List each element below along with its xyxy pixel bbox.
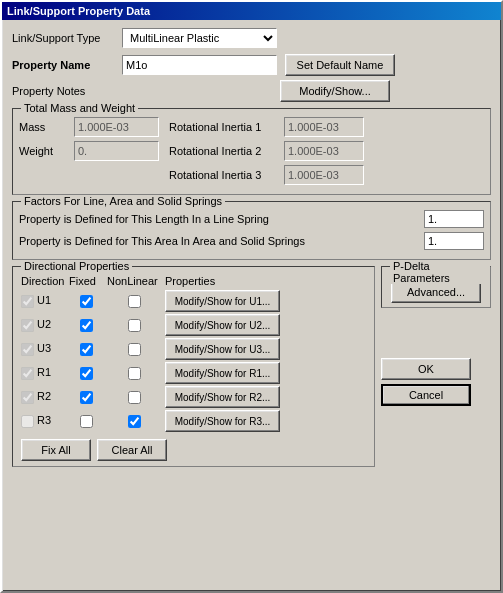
advanced-button[interactable]: Advanced... [391, 281, 481, 303]
nonlinear-r2-check[interactable] [128, 391, 141, 404]
line-spring-input[interactable] [424, 210, 484, 228]
nonlinear-r1-check[interactable] [128, 367, 141, 380]
rot-inertia-1-input[interactable] [284, 117, 364, 137]
link-support-type-select[interactable]: MultiLinear Plastic [122, 28, 277, 48]
rot-inertia-3-input[interactable] [284, 165, 364, 185]
col-nonlinear: NonLinear [105, 275, 163, 289]
weight-input[interactable] [74, 141, 159, 161]
modify-u1-button[interactable]: Modify/Show for U1... [165, 290, 280, 312]
pdelta-title: P-Delta Parameters [390, 260, 490, 284]
modify-r3-button[interactable]: Modify/Show for R3... [165, 410, 280, 432]
total-mass-weight-group: Total Mass and Weight Mass Weight Rotati… [12, 108, 491, 195]
dir-u3-check[interactable] [21, 343, 34, 356]
col-fixed: Fixed [67, 275, 105, 289]
nonlinear-u2-check[interactable] [128, 319, 141, 332]
directional-title: Directional Properties [21, 260, 132, 272]
modify-u2-button[interactable]: Modify/Show for U2... [165, 314, 280, 336]
line-spring-label: Property is Defined for This Length In a… [19, 213, 424, 225]
link-support-type-label: Link/Support Type [12, 32, 122, 44]
table-row: U1 Modify/Show for U1... [19, 289, 368, 313]
directional-group: Directional Properties Direction Fixed N… [12, 266, 375, 467]
cancel-button[interactable]: Cancel [381, 384, 471, 406]
directional-table: Direction Fixed NonLinear Properties U1 [19, 275, 368, 433]
table-row: R1 Modify/Show for R1... [19, 361, 368, 385]
fix-all-button[interactable]: Fix All [21, 439, 91, 461]
ok-button[interactable]: OK [381, 358, 471, 380]
table-row: U2 Modify/Show for U2... [19, 313, 368, 337]
property-name-input[interactable] [122, 55, 277, 75]
property-name-label: Property Name [12, 59, 122, 71]
table-row: R2 Modify/Show for R2... [19, 385, 368, 409]
table-row: U3 Modify/Show for U3... [19, 337, 368, 361]
nonlinear-u1-check[interactable] [128, 295, 141, 308]
fixed-u2-check[interactable] [80, 319, 93, 332]
dir-r1-check[interactable] [21, 367, 34, 380]
set-default-name-button[interactable]: Set Default Name [285, 54, 395, 76]
mass-label: Mass [19, 121, 74, 133]
directional-pdelta-layout: Directional Properties Direction Fixed N… [12, 266, 491, 473]
total-mass-weight-title: Total Mass and Weight [21, 102, 138, 114]
area-spring-label: Property is Defined for This Area In Are… [19, 235, 424, 247]
property-notes-label: Property Notes [12, 85, 122, 97]
factors-group: Factors For Line, Area and Solid Springs… [12, 201, 491, 260]
window-title: Link/Support Property Data [7, 5, 150, 17]
main-window: Link/Support Property Data Link/Support … [0, 0, 503, 593]
area-spring-input[interactable] [424, 232, 484, 250]
col-direction: Direction [19, 275, 67, 289]
mass-input[interactable] [74, 117, 159, 137]
fixed-u3-check[interactable] [80, 343, 93, 356]
dir-u1-check[interactable] [21, 295, 34, 308]
dir-r2-check[interactable] [21, 391, 34, 404]
bottom-buttons: Fix All Clear All [19, 439, 368, 461]
ok-cancel-area: OK Cancel [381, 358, 491, 406]
col-properties: Properties [163, 275, 368, 289]
table-row: R3 Modify/Show for R3... [19, 409, 368, 433]
rot-inertia-3-label: Rotational Inertia 3 [169, 169, 284, 181]
fixed-r1-check[interactable] [80, 367, 93, 380]
weight-label: Weight [19, 145, 74, 157]
fixed-r2-check[interactable] [80, 391, 93, 404]
nonlinear-u3-check[interactable] [128, 343, 141, 356]
fixed-r3-check[interactable] [80, 415, 93, 428]
modify-r1-button[interactable]: Modify/Show for R1... [165, 362, 280, 384]
pdelta-group: P-Delta Parameters Advanced... [381, 266, 491, 308]
nonlinear-r3-check[interactable] [128, 415, 141, 428]
rot-inertia-2-input[interactable] [284, 141, 364, 161]
clear-all-button[interactable]: Clear All [97, 439, 167, 461]
property-notes-button[interactable]: Modify/Show... [280, 80, 390, 102]
rot-inertia-2-label: Rotational Inertia 2 [169, 145, 284, 157]
dir-u2-check[interactable] [21, 319, 34, 332]
modify-r2-button[interactable]: Modify/Show for R2... [165, 386, 280, 408]
fixed-u1-check[interactable] [80, 295, 93, 308]
right-column: P-Delta Parameters Advanced... OK Cancel [381, 266, 491, 473]
rot-inertia-1-label: Rotational Inertia 1 [169, 121, 284, 133]
modify-u3-button[interactable]: Modify/Show for U3... [165, 338, 280, 360]
title-bar: Link/Support Property Data [2, 2, 501, 20]
factors-title: Factors For Line, Area and Solid Springs [21, 195, 225, 207]
dir-r3-check[interactable] [21, 415, 34, 428]
